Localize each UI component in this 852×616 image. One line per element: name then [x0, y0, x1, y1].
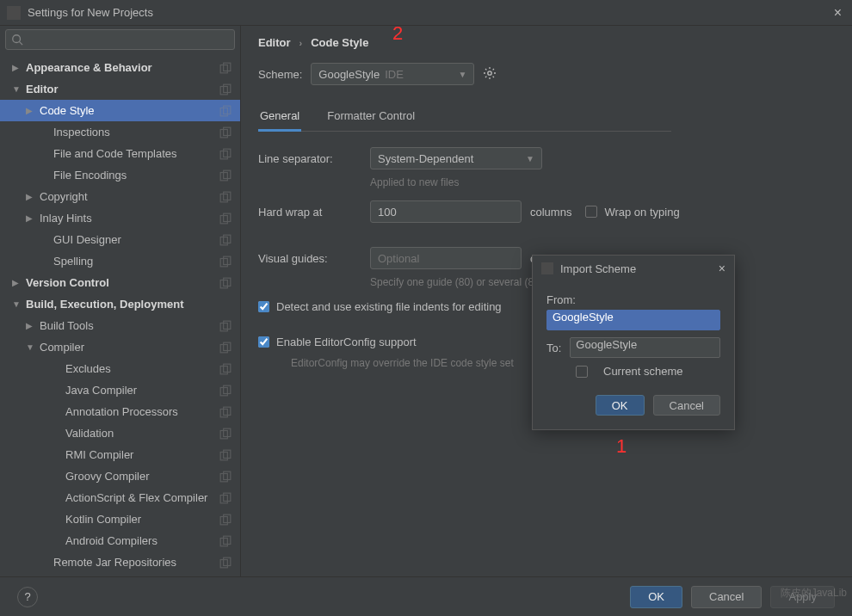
cancel-button[interactable]: Cancel	[691, 586, 762, 608]
scheme-row: Scheme: GoogleStyleIDE ▼	[258, 63, 835, 85]
sidebar-item-kotlin-compiler[interactable]: Kotlin Compiler	[0, 508, 240, 530]
sidebar: ▶Appearance & Behavior▼Editor▶Code Style…	[0, 26, 241, 576]
arrow-icon: ▼	[12, 299, 22, 309]
sidebar-item-code-style[interactable]: ▶Code Style	[0, 100, 240, 121]
breadcrumb: Editor › Code Style	[258, 36, 835, 49]
window-title: Settings for New Projects	[28, 6, 830, 19]
arrow-icon: ▼	[12, 84, 22, 94]
tabs: General Formatter Control	[258, 104, 671, 132]
line-separator-select[interactable]: System-Dependent ▼	[370, 147, 542, 169]
sidebar-item-inspections[interactable]: Inspections	[0, 121, 240, 143]
wrap-on-typing-checkbox[interactable]: Wrap on typing	[585, 206, 679, 219]
gear-icon[interactable]	[483, 66, 497, 83]
app-icon	[541, 262, 553, 274]
chevron-right-icon: ›	[299, 38, 303, 48]
arrow-icon: ▼	[26, 342, 36, 352]
sidebar-item-groovy-compiler[interactable]: Groovy Compiler	[0, 465, 240, 487]
from-label: From:	[546, 293, 720, 306]
sidebar-item-inlay-hints[interactable]: ▶Inlay Hints	[0, 207, 240, 229]
from-input[interactable]: GoogleStyle	[546, 310, 720, 330]
sidebar-item-actionscript-flex-compiler[interactable]: ActionScript & Flex Compiler	[0, 487, 240, 508]
arrow-icon: ▶	[26, 321, 36, 330]
apply-button: Apply	[770, 586, 835, 608]
sidebar-item-remote-jar-repositories[interactable]: Remote Jar Repositories	[0, 551, 240, 573]
visual-guides-label: Visual guides:	[258, 252, 370, 265]
titlebar: Settings for New Projects ×	[0, 0, 852, 26]
import-scheme-dialog: Import Scheme × From: GoogleStyle To: Go…	[532, 255, 735, 430]
hard-wrap-input[interactable]	[370, 200, 522, 223]
ok-button[interactable]: OK	[630, 586, 682, 608]
chevron-down-icon: ▼	[526, 154, 534, 163]
arrow-icon: ▶	[12, 63, 22, 72]
arrow-icon: ▶	[26, 106, 36, 115]
scheme-select[interactable]: GoogleStyleIDE ▼	[311, 63, 474, 85]
app-icon	[7, 6, 21, 20]
sidebar-item-android-compilers[interactable]: Android Compilers	[0, 530, 240, 551]
sidebar-item-version-control[interactable]: ▶Version Control	[0, 272, 240, 293]
chevron-down-icon: ▼	[458, 70, 466, 79]
to-input[interactable]: GoogleStyle	[570, 337, 720, 358]
line-separator-label: Line separator:	[258, 152, 370, 165]
svg-point-0	[13, 35, 21, 43]
breadcrumb-editor[interactable]: Editor	[258, 36, 291, 49]
tab-formatter-control[interactable]: Formatter Control	[325, 104, 417, 131]
tab-general[interactable]: General	[258, 104, 301, 132]
sidebar-item-rmi-compiler[interactable]: RMI Compiler	[0, 444, 240, 465]
to-label: To:	[546, 342, 561, 354]
arrow-icon: ▶	[12, 278, 22, 287]
breadcrumb-code-style: Code Style	[311, 36, 368, 49]
settings-tree: ▶Appearance & Behavior▼Editor▶Code Style…	[0, 53, 240, 576]
close-icon[interactable]: ×	[719, 262, 725, 275]
sidebar-item-annotation-processors[interactable]: Annotation Processors	[0, 401, 240, 422]
arrow-icon: ▶	[26, 213, 36, 223]
arrow-icon: ▶	[26, 192, 36, 201]
dialog-cancel-button[interactable]: Cancel	[653, 395, 720, 416]
visual-guides-input[interactable]	[370, 247, 522, 269]
search-input[interactable]	[5, 29, 235, 50]
line-separator-hint: Applied to new files	[370, 176, 835, 188]
hard-wrap-label: Hard wrap at	[258, 206, 370, 219]
current-scheme-checkbox[interactable]: Current scheme	[576, 365, 720, 378]
sidebar-item-build-tools[interactable]: ▶Build Tools	[0, 315, 240, 336]
columns-label: columns	[530, 206, 571, 219]
sidebar-item-appearance-behavior[interactable]: ▶Appearance & Behavior	[0, 57, 240, 78]
bottom-bar: ? OK Cancel Apply	[0, 576, 852, 616]
sidebar-item-spelling[interactable]: Spelling	[0, 250, 240, 272]
sidebar-item-validation[interactable]: Validation	[0, 422, 240, 444]
svg-line-1	[20, 42, 23, 46]
dialog-ok-button[interactable]: OK	[596, 395, 645, 416]
dialog-title: Import Scheme	[560, 262, 719, 275]
help-button[interactable]: ?	[17, 587, 38, 607]
close-icon[interactable]: ×	[830, 5, 845, 21]
sidebar-item-gui-designer[interactable]: GUI Designer	[0, 229, 240, 250]
svg-point-48	[488, 71, 491, 74]
search-icon	[11, 34, 23, 46]
scheme-label: Scheme:	[258, 68, 302, 81]
sidebar-item-file-encodings[interactable]: File Encodings	[0, 164, 240, 186]
sidebar-item-copyright[interactable]: ▶Copyright	[0, 186, 240, 207]
sidebar-item-build-execution-deployment[interactable]: ▼Build, Execution, Deployment	[0, 293, 240, 315]
sidebar-item-file-and-code-templates[interactable]: File and Code Templates	[0, 143, 240, 164]
sidebar-item-editor[interactable]: ▼Editor	[0, 78, 240, 100]
sidebar-item-java-compiler[interactable]: Java Compiler	[0, 379, 240, 401]
sidebar-item-excludes[interactable]: Excludes	[0, 358, 240, 379]
sidebar-item-compiler[interactable]: ▼Compiler	[0, 336, 240, 358]
